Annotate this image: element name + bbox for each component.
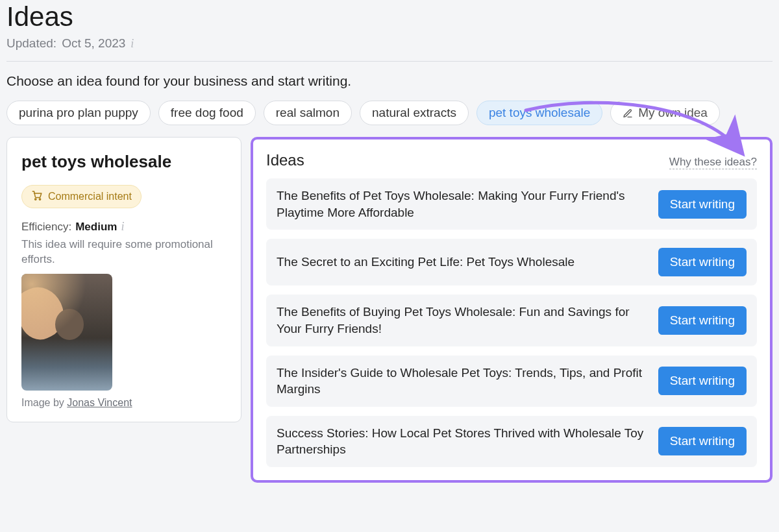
subtitle: Choose an idea found for your business a… — [6, 73, 773, 89]
image-credit: Image by Jonas Vincent — [21, 397, 227, 409]
ideas-heading: Ideas — [266, 151, 304, 169]
ideas-panel: Ideas Why these ideas? The Benefits of P… — [251, 137, 773, 483]
start-writing-button[interactable]: Start writing — [658, 248, 747, 276]
intent-badge: Commercial intent — [21, 185, 142, 208]
idea-title: The Insider's Guide to Wholesale Pet Toy… — [277, 365, 648, 398]
updated-row: Updated: Oct 5, 2023 i — [6, 36, 773, 51]
idea-row: Success Stories: How Local Pet Stores Th… — [266, 416, 757, 467]
svg-point-0 — [35, 199, 36, 200]
pencil-icon — [623, 108, 633, 118]
start-writing-button[interactable]: Start writing — [658, 306, 747, 335]
efficiency-value: Medium — [75, 221, 117, 234]
keyword-chip[interactable]: natural extracts — [360, 101, 469, 125]
idea-title: The Secret to an Exciting Pet Life: Pet … — [277, 254, 648, 271]
keyword-chip[interactable]: real salmon — [264, 101, 352, 125]
keyword-chip[interactable]: free dog food — [158, 101, 256, 125]
intent-label: Commercial intent — [48, 191, 132, 202]
image-credit-prefix: Image by — [21, 397, 67, 408]
start-writing-button[interactable]: Start writing — [658, 367, 747, 395]
cart-icon — [31, 189, 43, 204]
idea-row: The Benefits of Pet Toys Wholesale: Maki… — [266, 178, 757, 230]
keyword-chip-active[interactable]: pet toys wholesale — [476, 101, 602, 125]
start-writing-button[interactable]: Start writing — [658, 190, 747, 219]
idea-row: The Insider's Guide to Wholesale Pet Toy… — [266, 356, 757, 407]
idea-row: The Benefits of Buying Pet Toys Wholesal… — [266, 295, 757, 346]
my-own-idea-label: My own idea — [638, 106, 708, 120]
efficiency-label: Efficiency: — [21, 221, 71, 234]
image-credit-link[interactable]: Jonas Vincent — [67, 397, 132, 408]
info-icon[interactable]: i — [121, 220, 124, 234]
idea-thumbnail — [21, 274, 112, 391]
idea-title: Success Stories: How Local Pet Stores Th… — [277, 425, 648, 458]
page-title: Ideas — [6, 1, 773, 32]
svg-point-1 — [39, 199, 40, 200]
updated-label: Updated: — [6, 36, 56, 51]
divider — [6, 61, 773, 62]
idea-title: The Benefits of Pet Toys Wholesale: Maki… — [277, 187, 648, 221]
my-own-idea-chip[interactable]: My own idea — [610, 101, 720, 125]
start-writing-button[interactable]: Start writing — [658, 427, 747, 455]
efficiency-description: This idea will require some promotional … — [21, 237, 227, 267]
idea-title: The Benefits of Buying Pet Toys Wholesal… — [277, 304, 648, 337]
updated-date: Oct 5, 2023 — [62, 36, 125, 51]
keyword-detail-card: pet toys wholesale Commercial intent Eff… — [6, 137, 241, 422]
keyword-chip[interactable]: purina pro plan puppy — [6, 101, 151, 125]
idea-row: The Secret to an Exciting Pet Life: Pet … — [266, 239, 757, 285]
keyword-chip-row: purina pro plan puppy free dog food real… — [6, 101, 773, 125]
selected-keyword: pet toys wholesale — [21, 152, 227, 172]
efficiency-row: Efficiency: Medium i — [21, 220, 227, 234]
why-these-ideas-link[interactable]: Why these ideas? — [669, 156, 757, 169]
info-icon[interactable]: i — [130, 37, 134, 51]
